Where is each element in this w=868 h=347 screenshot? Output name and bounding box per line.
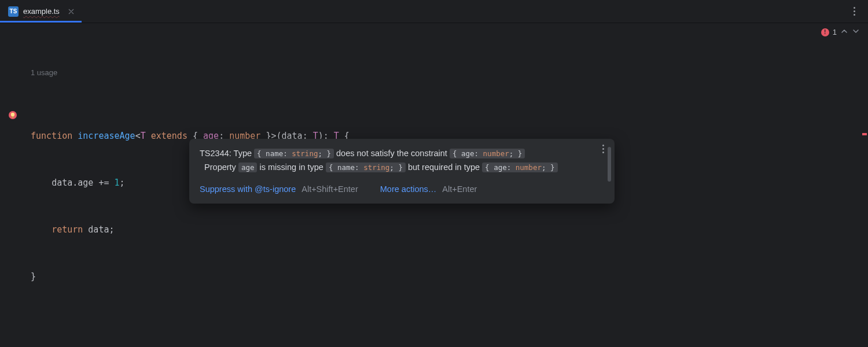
tab-filename: example.ts (23, 7, 60, 16)
diagnostic-popup: TS2344: Type { name: string; } does not … (189, 139, 615, 204)
popup-more-icon[interactable] (597, 145, 609, 153)
inspections-widget[interactable]: 1 (821, 28, 860, 36)
code-line[interactable] (29, 316, 868, 331)
popup-scrollbar[interactable] (608, 147, 611, 182)
svg-point-1 (11, 113, 14, 116)
code-line[interactable]: return data; (29, 222, 868, 238)
intention-bulb-icon[interactable] (8, 110, 17, 120)
svg-rect-2 (12, 116, 14, 118)
tab-bar-more-icon[interactable] (848, 7, 860, 16)
typescript-file-icon: TS (8, 6, 19, 17)
error-icon (821, 28, 829, 36)
gutter (0, 23, 29, 347)
code-line[interactable]: } (29, 269, 868, 285)
editor-tab[interactable]: TS example.ts (0, 0, 82, 23)
error-count: 1 (833, 28, 837, 36)
next-error-button[interactable] (852, 28, 860, 36)
shortcut-hint: Alt+Enter (442, 183, 477, 197)
more-actions-link[interactable]: More actions… (380, 183, 437, 197)
diagnostic-message: TS2344: Type { name: string; } does not … (200, 147, 604, 175)
editor[interactable]: 1 1 usage function increaseAge<T extends… (0, 23, 868, 347)
tab-bar: TS example.ts (0, 0, 868, 23)
prev-error-button[interactable] (840, 28, 848, 36)
usage-hint[interactable]: 1 usage (31, 65, 868, 80)
shortcut-hint: Alt+Shift+Enter (301, 183, 358, 197)
suppress-ts-ignore-link[interactable]: Suppress with @ts-ignore (200, 183, 296, 197)
close-tab-button[interactable] (67, 7, 76, 16)
